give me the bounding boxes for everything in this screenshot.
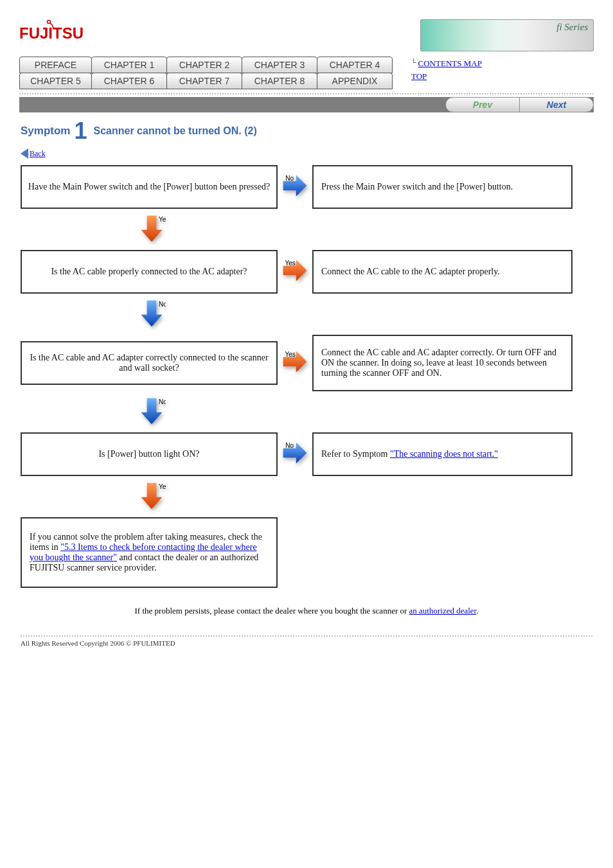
svg-text:No: No <box>285 175 294 182</box>
divider <box>19 93 594 94</box>
svg-text:No: No <box>159 398 166 405</box>
top-link[interactable]: TOP <box>411 71 427 81</box>
tab-chapter-8[interactable]: CHAPTER 8 <box>242 73 317 89</box>
answer-3-text: Connect the AC cable and AC adapter corr… <box>321 348 564 378</box>
question-2-text: Is the AC cable properly connected to th… <box>27 267 271 277</box>
tab-chapter-4[interactable]: CHAPTER 4 <box>317 57 393 73</box>
answer-4-prefix: Refer to Symptom <box>321 449 390 459</box>
tab-chapter-7[interactable]: CHAPTER 7 <box>166 73 242 89</box>
answer-box-4: Refer to Symptom "The scanning does not … <box>312 432 573 476</box>
svg-text:No: No <box>159 301 166 308</box>
svg-text:Yes: Yes <box>159 216 166 223</box>
question-box-1: Have the Main Power switch and the [Powe… <box>21 165 278 209</box>
arrow-down-no-icon: No <box>138 298 166 332</box>
answer-4-link[interactable]: "The scanning does not start." <box>390 449 498 459</box>
question-box-3: Is the AC cable and AC adapter correctly… <box>21 341 278 385</box>
prev-button[interactable]: Prev <box>445 97 520 112</box>
back-link[interactable]: Back <box>30 149 46 159</box>
authorized-dealer-link[interactable]: an authorized dealer <box>409 606 477 616</box>
answer-2-text: Connect the AC cable to the AC adapter p… <box>321 267 564 277</box>
tab-appendix[interactable]: APPENDIX <box>317 73 393 89</box>
answer-box-3: Connect the AC cable and AC adapter corr… <box>312 335 573 391</box>
tab-chapter-3[interactable]: CHAPTER 3 <box>242 57 317 73</box>
divider <box>21 635 592 637</box>
fujitsu-logo: FUJITSU <box>19 19 90 44</box>
answer-box-2: Connect the AC cable to the AC adapter p… <box>312 250 573 294</box>
arrow-right-yes-icon: Yes <box>281 348 309 378</box>
answer-1-text: Press the Main Power switch and the [Pow… <box>321 182 564 192</box>
contents-map-link[interactable]: CONTENTS MAP <box>418 58 482 68</box>
svg-text:Yes: Yes <box>285 351 295 358</box>
symptom-label: Symptom <box>21 125 70 137</box>
question-box-2: Is the AC cable properly connected to th… <box>21 250 278 294</box>
banner-text: fi Series <box>556 22 588 33</box>
arrow-down-no-icon: No <box>138 396 166 429</box>
page-title: Scanner cannot be turned ON. (2) <box>94 125 257 137</box>
arrow-right-no-icon: No <box>281 172 309 202</box>
answer-box-1: Press the Main Power switch and the [Pow… <box>312 165 573 209</box>
arrow-down-yes-icon: Yes <box>138 481 166 514</box>
chevron-left-icon <box>21 148 28 159</box>
tab-chapter-5[interactable]: CHAPTER 5 <box>19 73 92 89</box>
symptom-number: 1 <box>74 118 87 145</box>
tab-chapter-1[interactable]: CHAPTER 1 <box>91 57 167 73</box>
question-box-4: Is [Power] button light ON? <box>21 432 278 476</box>
question-4-text: Is [Power] button light ON? <box>27 449 271 459</box>
arrow-right-no-icon: No <box>281 439 309 470</box>
tab-chapter-2[interactable]: CHAPTER 2 <box>166 57 242 73</box>
arrow-right-yes-icon: Yes <box>281 256 309 287</box>
svg-text:Yes: Yes <box>285 260 295 267</box>
fi-series-banner: fi Series <box>420 19 594 51</box>
tab-chapter-6[interactable]: CHAPTER 6 <box>91 73 167 89</box>
copyright-text: All Rights Reserved Copyright 2006 © PFU… <box>21 639 592 647</box>
bullet-icon: └ <box>411 58 418 66</box>
svg-text:FUJITSU: FUJITSU <box>19 24 84 42</box>
tab-preface[interactable]: PREFACE <box>19 57 92 73</box>
question-1-text: Have the Main Power switch and the [Powe… <box>27 182 271 192</box>
bottom-note: If the problem persists, please contact … <box>135 606 409 616</box>
final-box: If you cannot solve the problem after ta… <box>21 517 278 588</box>
svg-text:Yes: Yes <box>159 483 166 490</box>
arrow-down-yes-icon: Yes <box>138 213 166 247</box>
section-bar: Prev Next <box>19 97 594 112</box>
question-3-text: Is the AC cable and AC adapter correctly… <box>27 353 271 373</box>
next-button[interactable]: Next <box>519 97 594 112</box>
svg-text:No: No <box>285 442 294 449</box>
